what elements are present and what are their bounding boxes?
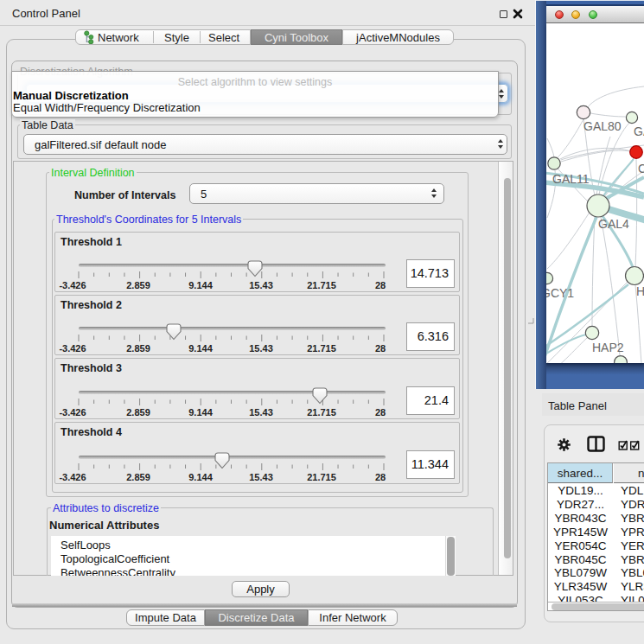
svg-text:HAP2: HAP2 [592, 341, 624, 354]
svg-text:GAL80: GAL80 [583, 119, 622, 133]
svg-text:GAL4: GAL4 [598, 217, 629, 231]
svg-text:GA: GA [634, 124, 644, 138]
svg-text:GCY1: GCY1 [546, 286, 574, 300]
svg-text:GAL11: GAL11 [552, 172, 590, 186]
svg-text:C: C [638, 162, 644, 175]
svg-text:H: H [636, 284, 644, 298]
